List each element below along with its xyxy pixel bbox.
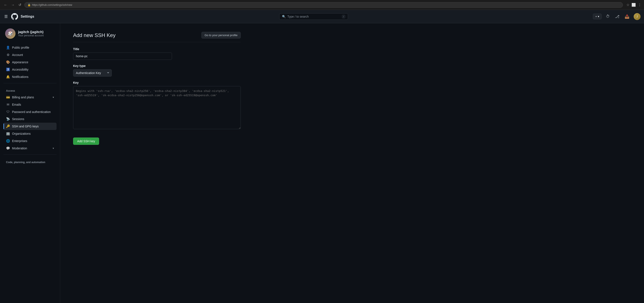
- palette-icon: 🎨: [6, 60, 10, 64]
- sidebar-nav: 👤 Public profile ⚙ Account 🎨 Appearance …: [4, 44, 56, 81]
- sidebar-item-label: Notifications: [12, 75, 28, 79]
- search-icon: 🔍: [282, 15, 286, 18]
- browser-nav: ← → ↺: [2, 2, 22, 7]
- back-button[interactable]: ←: [2, 3, 8, 7]
- key-label: Key: [73, 81, 241, 84]
- sidebar-item-label: Public profile: [12, 46, 29, 49]
- hamburger-button[interactable]: ☰: [4, 13, 8, 20]
- extensions-button[interactable]: ⬜: [632, 3, 636, 7]
- timer-button[interactable]: ⏱: [605, 13, 611, 20]
- navbar-left: ☰ Settings: [4, 13, 34, 20]
- github-navbar: ☰ Settings 🔍 Type / to search / + ▾ ⏱ ⎇ …: [0, 10, 644, 23]
- chevron-down-icon: ▾: [53, 147, 54, 150]
- title-section: Title: [73, 47, 241, 60]
- sidebar-item-organizations[interactable]: 🏢 Organizations: [4, 130, 56, 137]
- browser-chrome: ← → ↺ 🔒 https://github.com/settings/ssh/…: [0, 0, 644, 10]
- person-icon: 👤: [6, 46, 10, 50]
- dropdown-icon: ▾: [598, 15, 599, 18]
- plus-icon: +: [595, 15, 597, 18]
- search-box[interactable]: 🔍 Type / to search /: [279, 13, 348, 20]
- browser-menu-button[interactable]: ⋮: [638, 3, 642, 7]
- shield-icon: 🛡: [6, 110, 10, 114]
- sidebar-item-enterprises[interactable]: 🌐 Enterprises: [4, 137, 56, 145]
- search-placeholder: Type / to search: [288, 15, 309, 18]
- accessibility-icon: ♿: [6, 68, 10, 72]
- sidebar-item-label: Emails: [12, 103, 21, 106]
- sidebar-item-label: Moderation: [12, 147, 27, 150]
- key-icon: 🔑: [6, 124, 10, 128]
- key-type-select[interactable]: Authentication Key Signing Key: [73, 69, 112, 77]
- inbox-button[interactable]: 📥: [624, 13, 630, 20]
- globe-icon: 🌐: [6, 139, 10, 143]
- navbar-right: + ▾ ⏱ ⎇ 📥 J: [593, 13, 640, 20]
- sidebar-item-sessions[interactable]: 📡 Sessions: [4, 115, 56, 123]
- sidebar-avatar: 🎲: [5, 29, 16, 39]
- access-section-label: Access: [4, 86, 56, 94]
- add-button[interactable]: + ▾: [593, 14, 602, 19]
- settings-label: Settings: [21, 15, 34, 19]
- sidebar: 🎲 jagitch (jagitch) Your personal accoun…: [0, 23, 60, 303]
- gear-icon: ⚙: [6, 53, 10, 57]
- sidebar-item-label: Appearance: [12, 61, 28, 64]
- sidebar-subtitle: Your personal account: [18, 34, 44, 37]
- avatar-img: 🎲: [5, 29, 16, 39]
- bookmark-button[interactable]: ☆: [626, 3, 630, 7]
- sidebar-item-label: Password and authentication: [12, 110, 51, 114]
- avatar-image: J: [634, 13, 640, 20]
- forward-button[interactable]: →: [10, 3, 16, 7]
- sidebar-item-label: Sessions: [12, 117, 24, 121]
- bell-icon: 🔔: [6, 75, 10, 79]
- refresh-button[interactable]: ↺: [17, 2, 22, 7]
- security-icon: 🔒: [28, 4, 31, 7]
- sidebar-item-ssh-gpg[interactable]: 🔑 SSH and GPG keys: [4, 123, 56, 130]
- sidebar-profile: 🎲 jagitch (jagitch) Your personal accoun…: [4, 29, 56, 39]
- sidebar-access-nav: 💳 Billing and plans ▾ ✉ Emails 🛡 Passwor…: [4, 94, 56, 152]
- url-text: https://github.com/settings/ssh/new: [32, 4, 72, 7]
- sidebar-item-label: Organizations: [12, 132, 30, 135]
- sidebar-item-label: SSH and GPG keys: [12, 125, 39, 128]
- sidebar-item-label: Billing and plans: [12, 96, 34, 99]
- sidebar-item-label: Accessibility: [12, 68, 28, 71]
- user-avatar[interactable]: J: [634, 13, 640, 20]
- sidebar-username: jagitch (jagitch): [18, 30, 44, 34]
- sidebar-divider: [4, 83, 56, 83]
- sidebar-item-public-profile[interactable]: 👤 Public profile: [4, 44, 56, 51]
- key-section: Key: [73, 81, 241, 130]
- key-type-section: Key type Authentication Key Signing Key: [73, 64, 241, 77]
- sidebar-item-appearance[interactable]: 🎨 Appearance: [4, 59, 56, 66]
- sidebar-item-label: Enterprises: [12, 139, 27, 143]
- title-label: Title: [73, 47, 241, 51]
- title-input[interactable]: [73, 53, 172, 60]
- sessions-icon: 📡: [6, 117, 10, 121]
- sidebar-item-emails[interactable]: ✉ Emails: [4, 101, 56, 108]
- sidebar-item-label: Account: [12, 53, 23, 57]
- sidebar-item-notifications[interactable]: 🔔 Notifications: [4, 73, 56, 81]
- pull-request-button[interactable]: ⎇: [614, 13, 620, 20]
- page-title: Add new SSH Key: [73, 32, 116, 38]
- key-type-label: Key type: [73, 64, 241, 68]
- main-content: Add new SSH Key Go to your personal prof…: [60, 23, 254, 303]
- go-to-profile-button[interactable]: Go to your personal profile: [202, 32, 241, 39]
- credit-card-icon: 💳: [6, 95, 10, 99]
- sidebar-item-account[interactable]: ⚙ Account: [4, 51, 56, 59]
- search-kbd: /: [342, 15, 345, 18]
- code-section-label: Code, planning, and automation: [4, 157, 56, 165]
- address-bar[interactable]: 🔒 https://github.com/settings/ssh/new: [24, 2, 623, 8]
- navbar-search: 🔍 Type / to search /: [38, 13, 590, 20]
- sidebar-item-password[interactable]: 🛡 Password and authentication: [4, 108, 56, 115]
- browser-actions: ☆ ⬜ ⋮: [626, 3, 642, 7]
- sidebar-user-info: jagitch (jagitch) Your personal account: [18, 30, 44, 37]
- sidebar-item-accessibility[interactable]: ♿ Accessibility: [4, 66, 56, 73]
- page-header: Add new SSH Key Go to your personal prof…: [73, 32, 241, 42]
- org-icon: 🏢: [6, 132, 10, 136]
- add-ssh-key-form: Title Key type Authentication Key Signin…: [73, 47, 241, 145]
- key-textarea[interactable]: [73, 86, 241, 129]
- main-layout: 🎲 jagitch (jagitch) Your personal accoun…: [0, 23, 644, 303]
- add-ssh-key-button[interactable]: Add SSH key: [73, 138, 99, 145]
- sidebar-item-billing[interactable]: 💳 Billing and plans ▾: [4, 94, 56, 101]
- sidebar-item-moderation[interactable]: 💬 Moderation ▾: [4, 145, 56, 152]
- email-icon: ✉: [6, 103, 10, 107]
- chevron-down-icon: ▾: [53, 96, 54, 99]
- github-logo: [11, 13, 18, 20]
- moderation-icon: 💬: [6, 146, 10, 150]
